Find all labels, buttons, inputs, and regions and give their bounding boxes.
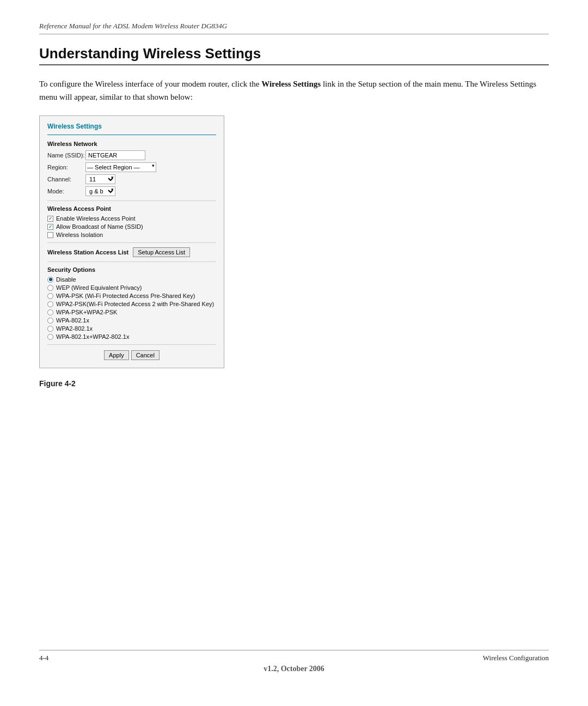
section-divider-1 xyxy=(47,200,216,201)
dialog-title-divider xyxy=(47,135,216,135)
security-option-4-text: WPA-PSK+WPA2-PSK xyxy=(56,309,117,315)
channel-label: Channel: xyxy=(47,176,85,182)
security-option-0-text: Disable xyxy=(56,276,76,283)
allow-broadcast-checkbox[interactable] xyxy=(47,224,53,230)
dialog-title: Wireless Settings xyxy=(47,123,216,130)
body-paragraph: To configure the Wireless interface of y… xyxy=(39,77,549,104)
security-option-6-text: WPA2-802.1x xyxy=(56,325,93,332)
header-rule xyxy=(39,34,549,34)
security-option-6-radio[interactable] xyxy=(47,326,53,332)
screenshot-container: Wireless Settings Wireless Network Name … xyxy=(39,115,549,368)
section-divider-4 xyxy=(47,344,216,345)
security-option-2-radio[interactable] xyxy=(47,293,53,299)
security-option-7-row: WPA-802.1x+WPA2-802.1x xyxy=(47,333,216,340)
cancel-button[interactable]: Cancel xyxy=(131,350,160,360)
section-divider-2 xyxy=(47,242,216,243)
name-ssid-label: Name (SSID): xyxy=(47,152,85,159)
security-option-1-radio[interactable] xyxy=(47,285,53,291)
footer-section: Wireless Configuration xyxy=(483,654,549,662)
enable-wap-checkbox[interactable] xyxy=(47,216,53,222)
page-footer: 4-4 Wireless Configuration v1.2, October… xyxy=(39,639,549,673)
security-option-1-row: WEP (Wired Equivalent Privacy) xyxy=(47,284,216,291)
footer-page-number: 4-4 xyxy=(39,654,48,662)
security-option-3-radio[interactable] xyxy=(47,301,53,307)
header-text: Reference Manual for the ADSL Modem Wire… xyxy=(39,22,549,31)
security-option-6-row: WPA2-802.1x xyxy=(47,325,216,332)
mode-label: Mode: xyxy=(47,188,85,194)
security-option-4-radio[interactable] xyxy=(47,309,53,315)
channel-select-wrapper: 11 xyxy=(85,174,115,184)
enable-wap-text: Enable Wireless Access Point xyxy=(56,215,136,222)
wireless-isolation-checkbox[interactable] xyxy=(47,232,53,238)
allow-broadcast-text: Allow Broadcast of Name (SSID) xyxy=(56,223,143,230)
security-option-5-text: WPA-802.1x xyxy=(56,317,89,324)
wireless-access-point-label: Wireless Access Point xyxy=(47,205,216,212)
channel-select[interactable]: 11 xyxy=(85,174,115,184)
security-option-3-text: WPA2-PSK(Wi-Fi Protected Access 2 with P… xyxy=(56,301,214,307)
bottom-buttons: Apply Cancel xyxy=(47,350,216,360)
region-label: Region: xyxy=(47,164,85,171)
wireless-network-label: Wireless Network xyxy=(47,141,216,147)
security-option-0-row: Disable xyxy=(47,276,216,283)
footer-rule xyxy=(39,650,549,650)
wireless-isolation-text: Wireless Isolation xyxy=(56,232,103,238)
region-select-wrapper: — Select Region — xyxy=(85,162,156,172)
wireless-settings-dialog: Wireless Settings Wireless Network Name … xyxy=(39,115,224,368)
security-option-1-text: WEP (Wired Equivalent Privacy) xyxy=(56,284,142,291)
footer-version: v1.2, October 2006 xyxy=(39,665,549,673)
region-select[interactable]: — Select Region — xyxy=(85,162,156,172)
security-option-7-text: WPA-802.1x+WPA2-802.1x xyxy=(56,333,129,340)
security-option-3-row: WPA2-PSK(Wi-Fi Protected Access 2 with P… xyxy=(47,301,216,307)
security-option-2-row: WPA-PSK (Wi-Fi Protected Access Pre-Shar… xyxy=(47,293,216,299)
mode-select-wrapper: g & b xyxy=(85,186,115,196)
security-option-5-row: WPA-802.1x xyxy=(47,317,216,324)
setup-access-list-button[interactable]: Setup Access List xyxy=(133,247,190,257)
figure-label: Figure 4-2 xyxy=(39,379,549,388)
allow-broadcast-row: Allow Broadcast of Name (SSID) xyxy=(47,223,216,230)
security-options-label: Security Options xyxy=(47,266,216,273)
station-access-label: Wireless Station Access List xyxy=(47,249,128,255)
security-option-4-row: WPA-PSK+WPA2-PSK xyxy=(47,309,216,315)
wireless-isolation-row: Wireless Isolation xyxy=(47,232,216,238)
section-divider-3 xyxy=(47,261,216,262)
name-ssid-input[interactable] xyxy=(85,150,145,160)
page-title: Understanding Wireless Settings xyxy=(39,45,549,62)
apply-button[interactable]: Apply xyxy=(104,350,129,360)
enable-wap-row: Enable Wireless Access Point xyxy=(47,215,216,222)
mode-select[interactable]: g & b xyxy=(85,186,115,196)
channel-row: Channel: 11 xyxy=(47,174,216,184)
security-option-5-radio[interactable] xyxy=(47,318,53,324)
title-rule xyxy=(39,64,549,65)
mode-row: Mode: g & b xyxy=(47,186,216,196)
region-row: Region: — Select Region — xyxy=(47,162,216,172)
security-option-2-text: WPA-PSK (Wi-Fi Protected Access Pre-Shar… xyxy=(56,293,195,299)
footer-content: 4-4 Wireless Configuration xyxy=(39,654,549,662)
security-option-0-radio[interactable] xyxy=(47,277,53,283)
security-option-7-radio[interactable] xyxy=(47,334,53,340)
name-ssid-row: Name (SSID): xyxy=(47,150,216,160)
station-access-row: Wireless Station Access List Setup Acces… xyxy=(47,247,216,257)
